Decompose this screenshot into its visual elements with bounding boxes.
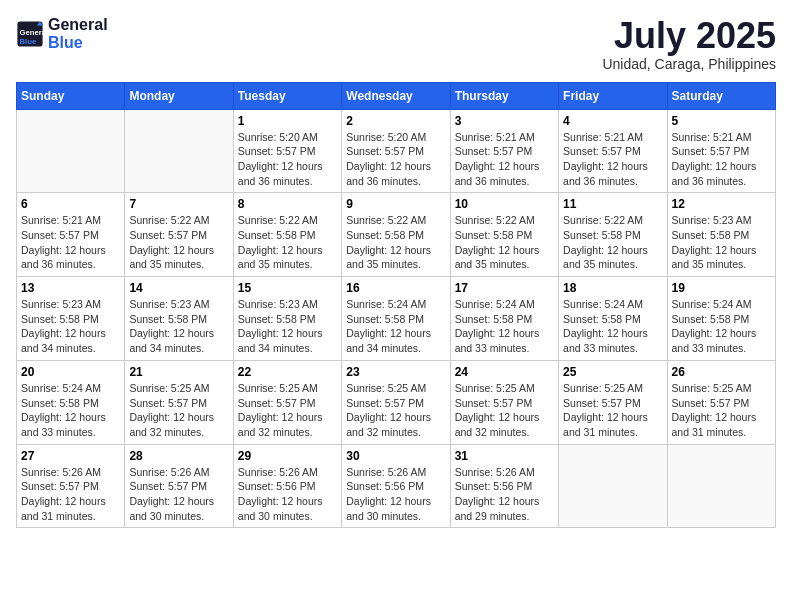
calendar-cell: 5Sunrise: 5:21 AM Sunset: 5:57 PM Daylig… — [667, 109, 775, 193]
day-info: Sunrise: 5:22 AM Sunset: 5:58 PM Dayligh… — [563, 213, 662, 272]
day-number: 23 — [346, 365, 445, 379]
calendar-cell: 21Sunrise: 5:25 AM Sunset: 5:57 PM Dayli… — [125, 360, 233, 444]
day-number: 1 — [238, 114, 337, 128]
day-info: Sunrise: 5:21 AM Sunset: 5:57 PM Dayligh… — [563, 130, 662, 189]
logo: General Blue General Blue — [16, 16, 108, 52]
calendar-cell: 16Sunrise: 5:24 AM Sunset: 5:58 PM Dayli… — [342, 277, 450, 361]
weekday-header-sunday: Sunday — [17, 82, 125, 109]
day-info: Sunrise: 5:22 AM Sunset: 5:58 PM Dayligh… — [346, 213, 445, 272]
day-number: 20 — [21, 365, 120, 379]
calendar-cell: 10Sunrise: 5:22 AM Sunset: 5:58 PM Dayli… — [450, 193, 558, 277]
day-info: Sunrise: 5:26 AM Sunset: 5:56 PM Dayligh… — [238, 465, 337, 524]
day-info: Sunrise: 5:24 AM Sunset: 5:58 PM Dayligh… — [346, 297, 445, 356]
day-info: Sunrise: 5:24 AM Sunset: 5:58 PM Dayligh… — [455, 297, 554, 356]
calendar-cell: 27Sunrise: 5:26 AM Sunset: 5:57 PM Dayli… — [17, 444, 125, 528]
logo-text: General Blue — [48, 16, 108, 52]
calendar-cell: 4Sunrise: 5:21 AM Sunset: 5:57 PM Daylig… — [559, 109, 667, 193]
day-number: 7 — [129, 197, 228, 211]
day-number: 18 — [563, 281, 662, 295]
calendar-cell: 3Sunrise: 5:21 AM Sunset: 5:57 PM Daylig… — [450, 109, 558, 193]
day-info: Sunrise: 5:23 AM Sunset: 5:58 PM Dayligh… — [129, 297, 228, 356]
calendar-week-4: 20Sunrise: 5:24 AM Sunset: 5:58 PM Dayli… — [17, 360, 776, 444]
day-number: 2 — [346, 114, 445, 128]
day-info: Sunrise: 5:25 AM Sunset: 5:57 PM Dayligh… — [238, 381, 337, 440]
day-info: Sunrise: 5:26 AM Sunset: 5:57 PM Dayligh… — [129, 465, 228, 524]
calendar-cell: 18Sunrise: 5:24 AM Sunset: 5:58 PM Dayli… — [559, 277, 667, 361]
day-number: 28 — [129, 449, 228, 463]
day-info: Sunrise: 5:25 AM Sunset: 5:57 PM Dayligh… — [672, 381, 771, 440]
day-info: Sunrise: 5:23 AM Sunset: 5:58 PM Dayligh… — [672, 213, 771, 272]
day-number: 16 — [346, 281, 445, 295]
weekday-header-wednesday: Wednesday — [342, 82, 450, 109]
weekday-header-saturday: Saturday — [667, 82, 775, 109]
calendar-cell: 7Sunrise: 5:22 AM Sunset: 5:57 PM Daylig… — [125, 193, 233, 277]
weekday-header-tuesday: Tuesday — [233, 82, 341, 109]
calendar-cell: 11Sunrise: 5:22 AM Sunset: 5:58 PM Dayli… — [559, 193, 667, 277]
calendar-cell: 15Sunrise: 5:23 AM Sunset: 5:58 PM Dayli… — [233, 277, 341, 361]
calendar-cell: 13Sunrise: 5:23 AM Sunset: 5:58 PM Dayli… — [17, 277, 125, 361]
day-number: 26 — [672, 365, 771, 379]
calendar-cell: 9Sunrise: 5:22 AM Sunset: 5:58 PM Daylig… — [342, 193, 450, 277]
weekday-header-thursday: Thursday — [450, 82, 558, 109]
calendar-week-1: 1Sunrise: 5:20 AM Sunset: 5:57 PM Daylig… — [17, 109, 776, 193]
calendar-cell: 30Sunrise: 5:26 AM Sunset: 5:56 PM Dayli… — [342, 444, 450, 528]
day-number: 25 — [563, 365, 662, 379]
day-info: Sunrise: 5:22 AM Sunset: 5:58 PM Dayligh… — [238, 213, 337, 272]
day-info: Sunrise: 5:26 AM Sunset: 5:57 PM Dayligh… — [21, 465, 120, 524]
day-number: 8 — [238, 197, 337, 211]
calendar-week-5: 27Sunrise: 5:26 AM Sunset: 5:57 PM Dayli… — [17, 444, 776, 528]
day-info: Sunrise: 5:24 AM Sunset: 5:58 PM Dayligh… — [563, 297, 662, 356]
calendar-cell: 22Sunrise: 5:25 AM Sunset: 5:57 PM Dayli… — [233, 360, 341, 444]
day-number: 17 — [455, 281, 554, 295]
calendar-cell: 20Sunrise: 5:24 AM Sunset: 5:58 PM Dayli… — [17, 360, 125, 444]
day-number: 11 — [563, 197, 662, 211]
day-number: 22 — [238, 365, 337, 379]
day-number: 3 — [455, 114, 554, 128]
day-info: Sunrise: 5:23 AM Sunset: 5:58 PM Dayligh… — [21, 297, 120, 356]
day-number: 29 — [238, 449, 337, 463]
day-info: Sunrise: 5:23 AM Sunset: 5:58 PM Dayligh… — [238, 297, 337, 356]
calendar-cell: 25Sunrise: 5:25 AM Sunset: 5:57 PM Dayli… — [559, 360, 667, 444]
day-number: 10 — [455, 197, 554, 211]
svg-text:General: General — [20, 28, 45, 37]
calendar-cell: 24Sunrise: 5:25 AM Sunset: 5:57 PM Dayli… — [450, 360, 558, 444]
calendar-week-2: 6Sunrise: 5:21 AM Sunset: 5:57 PM Daylig… — [17, 193, 776, 277]
day-info: Sunrise: 5:21 AM Sunset: 5:57 PM Dayligh… — [672, 130, 771, 189]
day-number: 9 — [346, 197, 445, 211]
calendar-cell: 28Sunrise: 5:26 AM Sunset: 5:57 PM Dayli… — [125, 444, 233, 528]
calendar-cell: 8Sunrise: 5:22 AM Sunset: 5:58 PM Daylig… — [233, 193, 341, 277]
day-number: 4 — [563, 114, 662, 128]
page-header: General Blue General Blue July 2025 Unid… — [16, 16, 776, 72]
calendar-subtitle: Unidad, Caraga, Philippines — [602, 56, 776, 72]
calendar-cell: 31Sunrise: 5:26 AM Sunset: 5:56 PM Dayli… — [450, 444, 558, 528]
calendar-cell — [17, 109, 125, 193]
day-number: 31 — [455, 449, 554, 463]
day-number: 15 — [238, 281, 337, 295]
calendar-cell: 29Sunrise: 5:26 AM Sunset: 5:56 PM Dayli… — [233, 444, 341, 528]
calendar-cell: 12Sunrise: 5:23 AM Sunset: 5:58 PM Dayli… — [667, 193, 775, 277]
weekday-header-friday: Friday — [559, 82, 667, 109]
calendar-cell: 1Sunrise: 5:20 AM Sunset: 5:57 PM Daylig… — [233, 109, 341, 193]
calendar-cell: 17Sunrise: 5:24 AM Sunset: 5:58 PM Dayli… — [450, 277, 558, 361]
calendar-cell: 14Sunrise: 5:23 AM Sunset: 5:58 PM Dayli… — [125, 277, 233, 361]
svg-text:Blue: Blue — [20, 37, 37, 46]
day-info: Sunrise: 5:25 AM Sunset: 5:57 PM Dayligh… — [455, 381, 554, 440]
calendar-cell — [667, 444, 775, 528]
calendar-cell — [125, 109, 233, 193]
calendar-cell — [559, 444, 667, 528]
calendar-title: July 2025 — [602, 16, 776, 56]
calendar-cell: 6Sunrise: 5:21 AM Sunset: 5:57 PM Daylig… — [17, 193, 125, 277]
calendar-cell: 26Sunrise: 5:25 AM Sunset: 5:57 PM Dayli… — [667, 360, 775, 444]
day-info: Sunrise: 5:26 AM Sunset: 5:56 PM Dayligh… — [346, 465, 445, 524]
day-info: Sunrise: 5:24 AM Sunset: 5:58 PM Dayligh… — [672, 297, 771, 356]
day-info: Sunrise: 5:21 AM Sunset: 5:57 PM Dayligh… — [21, 213, 120, 272]
calendar-cell: 23Sunrise: 5:25 AM Sunset: 5:57 PM Dayli… — [342, 360, 450, 444]
title-block: July 2025 Unidad, Caraga, Philippines — [602, 16, 776, 72]
day-number: 27 — [21, 449, 120, 463]
weekday-header-row: SundayMondayTuesdayWednesdayThursdayFrid… — [17, 82, 776, 109]
calendar-cell: 2Sunrise: 5:20 AM Sunset: 5:57 PM Daylig… — [342, 109, 450, 193]
day-info: Sunrise: 5:20 AM Sunset: 5:57 PM Dayligh… — [238, 130, 337, 189]
day-number: 24 — [455, 365, 554, 379]
day-number: 14 — [129, 281, 228, 295]
day-info: Sunrise: 5:22 AM Sunset: 5:58 PM Dayligh… — [455, 213, 554, 272]
